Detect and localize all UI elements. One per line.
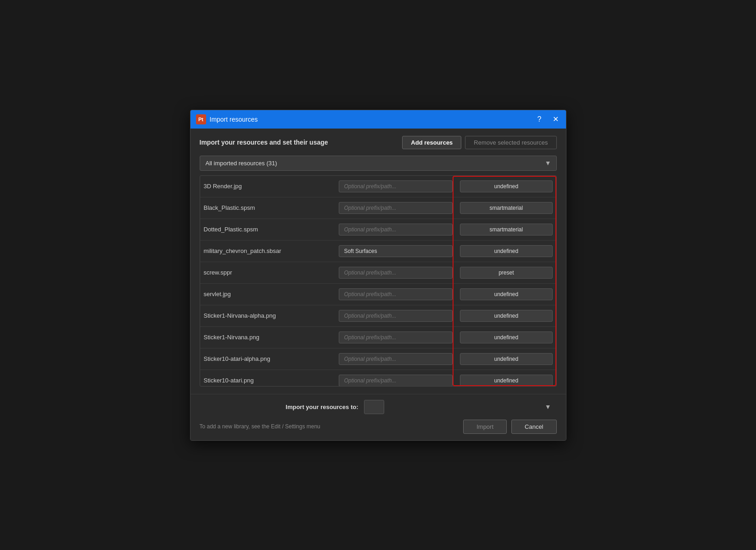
footer-hint: To add a new library, see the Edit / Set… bbox=[200, 423, 320, 430]
resource-type-button[interactable]: undefined bbox=[460, 288, 552, 300]
cancel-button[interactable]: Cancel bbox=[511, 420, 556, 434]
import-dest-row: Import your resources to: ▼ bbox=[200, 400, 557, 414]
resource-type-button[interactable]: undefined bbox=[460, 375, 552, 387]
add-resources-button[interactable]: Add resources bbox=[402, 136, 461, 149]
close-button[interactable]: ✕ bbox=[551, 115, 560, 124]
top-row: Import your resources and set their usag… bbox=[200, 136, 557, 149]
title-bar-left: Pt Import resources bbox=[196, 114, 258, 124]
table-row[interactable]: servlet.jpgundefined bbox=[200, 283, 556, 305]
import-dest-dropdown[interactable] bbox=[364, 400, 384, 414]
app-icon: Pt bbox=[196, 114, 206, 124]
resource-path-input[interactable] bbox=[339, 180, 453, 192]
resource-type-cell: smartmaterial bbox=[456, 197, 556, 219]
resource-path-cell bbox=[335, 348, 456, 370]
resource-type-button[interactable]: preset bbox=[460, 267, 552, 279]
resource-type-button[interactable]: undefined bbox=[460, 353, 552, 365]
resource-path-cell bbox=[335, 283, 456, 305]
filter-dropdown-wrapper: All imported resources (31) ▼ bbox=[200, 156, 557, 171]
bottom-area: Import your resources to: ▼ To add a new… bbox=[190, 394, 566, 440]
resource-name: Sticker1-Nirvana-alpha.png bbox=[200, 305, 336, 326]
resource-path-cell bbox=[335, 370, 456, 387]
resource-path-cell bbox=[335, 197, 456, 219]
resource-type-cell: undefined bbox=[456, 283, 556, 305]
table-row[interactable]: screw.spprpreset bbox=[200, 262, 556, 283]
table-row[interactable]: Sticker10-atari.pngundefined bbox=[200, 370, 556, 387]
resource-path-input[interactable] bbox=[339, 267, 453, 279]
footer-row: To add a new library, see the Edit / Set… bbox=[200, 420, 557, 434]
import-dest-label: Import your resources to: bbox=[286, 404, 358, 410]
resource-name: Sticker1-Nirvana.png bbox=[200, 326, 336, 348]
resource-name: 3D Render.jpg bbox=[200, 176, 336, 197]
resource-name: Sticker10-atari-alpha.png bbox=[200, 348, 336, 370]
resource-type-button[interactable]: undefined bbox=[460, 245, 552, 257]
table-row[interactable]: Sticker1-Nirvana.pngundefined bbox=[200, 326, 556, 348]
resource-type-button[interactable]: undefined bbox=[460, 331, 552, 343]
resource-path-input[interactable] bbox=[339, 245, 453, 257]
resource-path-input[interactable] bbox=[339, 288, 453, 300]
dialog-title: Import resources bbox=[210, 116, 258, 123]
resource-type-button[interactable]: undefined bbox=[460, 180, 552, 192]
resource-path-input[interactable] bbox=[339, 224, 453, 236]
resource-name: Black_Plastic.spsm bbox=[200, 197, 336, 219]
resource-name: Dotted_Plastic.spsm bbox=[200, 219, 336, 240]
title-bar-right: ? ✕ bbox=[536, 115, 560, 124]
resource-path-input[interactable] bbox=[339, 331, 453, 343]
import-dest-arrow: ▼ bbox=[545, 403, 551, 410]
resource-path-cell bbox=[335, 240, 456, 262]
resource-path-input[interactable] bbox=[339, 375, 453, 387]
table-row[interactable]: 3D Render.jpgundefined bbox=[200, 176, 556, 197]
table-row[interactable]: Sticker1-Nirvana-alpha.pngundefined bbox=[200, 305, 556, 326]
resource-path-input[interactable] bbox=[339, 202, 453, 214]
import-button[interactable]: Import bbox=[463, 420, 507, 434]
resource-path-cell bbox=[335, 219, 456, 240]
resources-table-container[interactable]: 3D Render.jpgundefinedBlack_Plastic.spsm… bbox=[200, 175, 557, 387]
description: Import your resources and set their usag… bbox=[200, 139, 328, 146]
resource-type-cell: undefined bbox=[456, 240, 556, 262]
dialog-body: Import your resources and set their usag… bbox=[190, 129, 566, 394]
resource-type-cell: undefined bbox=[456, 370, 556, 387]
resource-type-cell: preset bbox=[456, 262, 556, 283]
table-row[interactable]: Dotted_Plastic.spsmsmartmaterial bbox=[200, 219, 556, 240]
resource-type-cell: undefined bbox=[456, 176, 556, 197]
resource-type-button[interactable]: smartmaterial bbox=[460, 224, 552, 236]
footer-buttons: Import Cancel bbox=[463, 420, 556, 434]
resource-type-cell: smartmaterial bbox=[456, 219, 556, 240]
resource-name: screw.sppr bbox=[200, 262, 336, 283]
table-row[interactable]: Black_Plastic.spsmsmartmaterial bbox=[200, 197, 556, 219]
resource-type-cell: undefined bbox=[456, 326, 556, 348]
resource-type-cell: undefined bbox=[456, 305, 556, 326]
resource-path-cell bbox=[335, 176, 456, 197]
table-row[interactable]: Sticker10-atari-alpha.pngundefined bbox=[200, 348, 556, 370]
resource-path-cell bbox=[335, 305, 456, 326]
resource-path-input[interactable] bbox=[339, 310, 453, 322]
resource-type-cell: undefined bbox=[456, 348, 556, 370]
import-resources-dialog: Pt Import resources ? ✕ Import your reso… bbox=[190, 110, 566, 441]
title-bar: Pt Import resources ? ✕ bbox=[190, 110, 566, 129]
resource-name: military_chevron_patch.sbsar bbox=[200, 240, 336, 262]
resource-path-cell bbox=[335, 262, 456, 283]
import-dest-wrapper: ▼ bbox=[364, 400, 557, 414]
resource-name: Sticker10-atari.png bbox=[200, 370, 336, 387]
resource-name: servlet.jpg bbox=[200, 283, 336, 305]
filter-dropdown[interactable]: All imported resources (31) bbox=[200, 156, 557, 171]
filter-row: All imported resources (31) ▼ bbox=[200, 156, 557, 171]
resource-path-input[interactable] bbox=[339, 353, 453, 365]
resource-type-button[interactable]: undefined bbox=[460, 310, 552, 322]
remove-resources-button[interactable]: Remove selected resources bbox=[465, 136, 556, 149]
top-buttons: Add resources Remove selected resources bbox=[402, 136, 556, 149]
table-row[interactable]: military_chevron_patch.sbsarundefined bbox=[200, 240, 556, 262]
resources-table: 3D Render.jpgundefinedBlack_Plastic.spsm… bbox=[200, 176, 556, 387]
resource-path-cell bbox=[335, 326, 456, 348]
help-button[interactable]: ? bbox=[536, 115, 543, 124]
resource-type-button[interactable]: smartmaterial bbox=[460, 202, 552, 214]
